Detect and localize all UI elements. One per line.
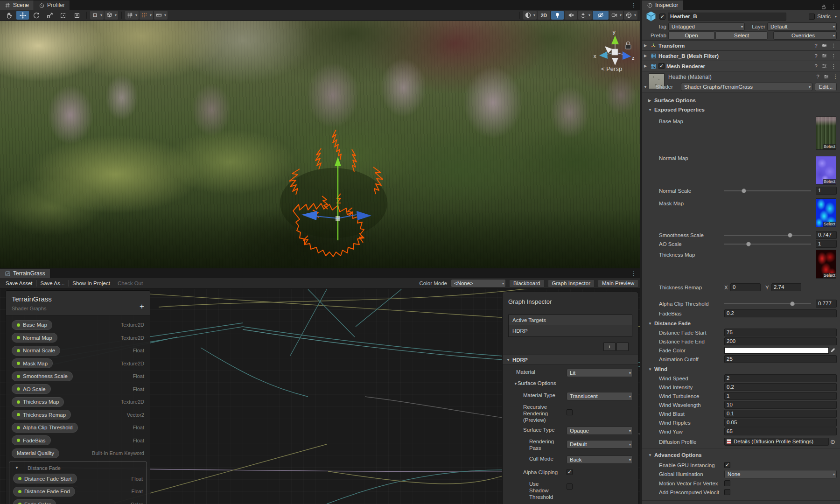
animation-cutoff-field[interactable]: 25	[724, 355, 837, 363]
prefab-overrides-dropdown[interactable]: Overrides▾	[773, 31, 837, 40]
use-shadow-threshold-checkbox[interactable]	[567, 483, 573, 490]
help-icon[interactable]: ?	[814, 63, 817, 69]
add-property-button[interactable]: +	[140, 302, 144, 311]
transform-tool-button[interactable]	[70, 11, 83, 20]
property-row[interactable]: Alpha Clip ThresholdFloat	[12, 423, 144, 432]
motion-vector-checkbox[interactable]	[724, 480, 730, 486]
ao-value[interactable]: 1	[816, 240, 837, 248]
layer-dropdown[interactable]: Default▾	[767, 22, 837, 31]
slider-knob[interactable]	[788, 233, 792, 238]
property-row[interactable]: AO ScaleFloat	[12, 385, 144, 394]
rotate-tool-button[interactable]	[30, 11, 42, 20]
shader-dropdown[interactable]: Shader Graphs/TerrainGrass▾	[681, 83, 812, 91]
hdrp-foldout[interactable]: ▼HDRP	[503, 355, 638, 365]
property-row[interactable]: Thickness RemapVector2	[12, 410, 144, 420]
slider-knob[interactable]	[742, 189, 746, 193]
2d-toggle-button[interactable]: 2D	[538, 11, 550, 20]
pivot-rotation-button[interactable]: ▾	[105, 11, 118, 20]
preset-icon[interactable]	[821, 42, 827, 49]
alpha-clip-slider[interactable]	[724, 303, 811, 304]
tag-dropdown[interactable]: Untagged▾	[668, 22, 745, 31]
graph-panel-menu-icon[interactable]: ⋮	[627, 270, 640, 277]
object-picker-button[interactable]: ⊙	[829, 438, 837, 446]
thickness-map-thumbnail[interactable]: Select	[816, 250, 836, 279]
blackboard-toggle-button[interactable]: Blackboard	[509, 280, 545, 287]
property-row[interactable]: Mask MapTexture2D	[12, 359, 144, 368]
wind-turbulence-field[interactable]: 1	[724, 392, 837, 400]
scene-viewport[interactable]: y x z < Persp	[0, 21, 640, 268]
inspector-menu-icon[interactable]: ⋮	[831, 3, 837, 10]
surface-options-foldout[interactable]: ▼Surface Options	[503, 380, 638, 390]
material-fold-icon[interactable]: ▼	[642, 85, 648, 89]
component-menu-icon[interactable]: ⋮	[831, 42, 837, 49]
distance-fade-start-field[interactable]: 75	[724, 329, 837, 336]
scene-panel-menu-icon[interactable]: ⋮	[627, 2, 640, 8]
surface-type-dropdown[interactable]: Opaque▾	[567, 427, 633, 435]
material-menu-icon[interactable]: ⋮	[833, 73, 839, 80]
shader-edit-button[interactable]: Edit...	[815, 83, 837, 91]
renderer-enabled-checkbox[interactable]: ✓	[658, 63, 665, 69]
wind-foldout[interactable]: ▼Wind	[642, 364, 840, 374]
property-row[interactable]: Distance Fade StartFloat	[13, 474, 143, 483]
component-mesh-filter[interactable]: ▶ Heather_B (Mesh Filter) ? ⋮	[642, 50, 840, 61]
preset-icon[interactable]	[823, 74, 829, 80]
material-type-dropdown[interactable]: Translucent▾	[567, 392, 633, 400]
alpha-clipping-checkbox[interactable]: ✓	[567, 469, 573, 475]
grid-visibility-button[interactable]: ▾	[125, 11, 139, 20]
category-header[interactable]: ▼Distance Fade	[9, 464, 147, 472]
hand-tool-button[interactable]	[3, 11, 15, 20]
component-menu-icon[interactable]: ⋮	[831, 63, 837, 70]
pivot-mode-button[interactable]: ▾	[90, 11, 104, 20]
surface-options-foldout[interactable]: ▶Surface Options	[642, 96, 840, 105]
wind-wavelength-field[interactable]: 10	[724, 401, 837, 409]
show-in-project-button[interactable]: Show In Project	[69, 279, 114, 288]
component-transform[interactable]: ▶ Transform ? ⋮	[642, 40, 840, 50]
gameobject-name-field[interactable]: Heather_B	[668, 13, 786, 21]
slider-knob[interactable]	[790, 301, 795, 306]
prefab-open-button[interactable]: Open	[668, 31, 714, 40]
move-tool-button[interactable]	[16, 11, 29, 20]
help-icon[interactable]: ?	[816, 74, 819, 79]
distance-fade-foldout[interactable]: ▼Distance Fade	[642, 319, 840, 328]
normal-scale-value[interactable]: 1	[816, 187, 837, 195]
audio-mute-button[interactable]	[565, 11, 577, 20]
grid-snap-button[interactable]: ▾	[140, 11, 153, 20]
check-out-button[interactable]: Check Out	[114, 279, 147, 288]
property-row[interactable]: Material QualityBuilt-In Enum Keyword	[12, 448, 144, 458]
property-row[interactable]: FadeBiasFloat	[12, 436, 144, 445]
help-icon[interactable]: ?	[814, 43, 817, 49]
camera-settings-button[interactable]: ▾	[609, 11, 623, 20]
property-row[interactable]: Base MapTexture2D	[12, 320, 144, 329]
tab-terraingrass[interactable]: TerrainGrass	[0, 269, 50, 278]
wind-ripples-field[interactable]: 0.05	[724, 419, 837, 427]
property-row[interactable]: Distance Fade EndFloat	[13, 487, 143, 496]
snap-increment-button[interactable]: ▾	[154, 11, 168, 20]
tab-inspector[interactable]: Inspector	[642, 0, 683, 10]
preset-icon[interactable]	[821, 63, 827, 69]
wind-intensity-field[interactable]: 0.2	[724, 383, 837, 391]
lock-icon[interactable]	[820, 4, 826, 10]
slider-knob[interactable]	[746, 242, 751, 246]
remove-target-button[interactable]: −	[616, 343, 629, 351]
active-checkbox[interactable]: ✓	[659, 14, 665, 20]
hidden-objects-button[interactable]	[593, 11, 609, 20]
property-row[interactable]: Thickness MapTexture2D	[12, 397, 144, 406]
component-mesh-renderer[interactable]: ▶ ✓ Mesh Renderer ? ⋮	[642, 61, 840, 71]
diffusion-profile-field[interactable]: Details (Diffusion Profile Settings)	[724, 438, 829, 446]
graph-inspector-toggle-button[interactable]: Graph Inspector	[548, 280, 595, 287]
recursive-rendering-checkbox[interactable]	[567, 409, 573, 415]
help-icon[interactable]: ?	[814, 53, 817, 59]
persp-label[interactable]: < Persp	[601, 65, 622, 72]
mask-map-thumbnail[interactable]: Select	[816, 198, 836, 227]
alpha-clip-value[interactable]: 0.777	[816, 300, 837, 308]
exposed-properties-foldout[interactable]: ▼Exposed Properties	[642, 105, 840, 114]
base-map-thumbnail[interactable]: Select	[816, 116, 836, 150]
rendering-pass-dropdown[interactable]: Default▾	[567, 440, 633, 448]
normal-map-thumbnail[interactable]: Select	[816, 156, 836, 185]
property-row[interactable]: Normal MapTexture2D	[12, 333, 144, 343]
gameobject-cube-icon[interactable]	[645, 10, 657, 22]
cull-mode-dropdown[interactable]: Back▾	[567, 455, 633, 464]
static-checkbox[interactable]	[809, 14, 815, 20]
prefab-select-button[interactable]: Select	[715, 31, 768, 40]
effects-toggle-button[interactable]: ▾	[578, 11, 592, 20]
